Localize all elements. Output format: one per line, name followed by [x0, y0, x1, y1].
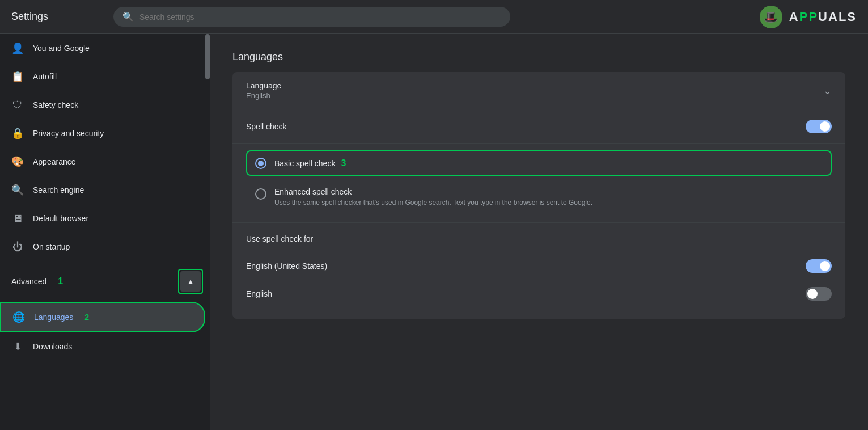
language-value: English [246, 91, 823, 100]
globe-icon: 🌐 [12, 311, 25, 323]
chevron-down-icon[interactable]: ⌄ [823, 85, 832, 97]
main-layout: 👤 You and Google 📋 Autofill 🛡 Safety che… [0, 34, 868, 430]
sidebar-item-on-startup[interactable]: ⏻ On startup [0, 233, 210, 261]
sidebar-label: On startup [33, 242, 70, 251]
sidebar-item-autofill[interactable]: 📋 Autofill [0, 62, 210, 91]
basic-number-badge: 3 [341, 158, 346, 168]
search-engine-icon: 🔍 [11, 184, 24, 196]
spell-check-toggle[interactable] [806, 120, 832, 133]
toggle-knob [820, 121, 830, 132]
sidebar-item-appearance[interactable]: 🎨 Appearance [0, 147, 210, 176]
languages-card: Language English ⌄ Spell check [232, 72, 845, 319]
person-icon: 👤 [11, 42, 24, 54]
search-input[interactable] [139, 12, 501, 22]
languages-number-badge: 2 [84, 313, 89, 322]
spell-check-toggle-action [806, 120, 832, 133]
spell-check-label: Spell check [246, 122, 806, 131]
spell-check-for-title: Use spell check for [246, 234, 832, 243]
advanced-label: Advanced [11, 277, 46, 286]
spell-check-row: Spell check [232, 109, 845, 144]
sidebar-item-search-engine[interactable]: 🔍 Search engine [0, 176, 210, 204]
language-row[interactable]: Language English ⌄ [232, 72, 845, 109]
english-toggle[interactable] [806, 287, 832, 301]
spell-check-row-english-us: English (United States) [246, 252, 832, 280]
download-icon: ⬇ [11, 340, 24, 353]
advanced-number-badge: 1 [58, 276, 63, 286]
sidebar-label: Search engine [33, 186, 84, 195]
sidebar-label: Autofill [33, 72, 57, 81]
radio-desc-enhanced: Uses the same spell checker that's used … [274, 199, 592, 206]
radio-option-enhanced[interactable]: Enhanced spell check Uses the same spell… [246, 180, 832, 213]
logo-text: APPUALS [789, 10, 857, 24]
header: Settings 🔍 🎩 APPUALS [0, 0, 868, 34]
sidebar-item-safety-check[interactable]: 🛡 Safety check [0, 91, 210, 119]
browser-icon: 🖥 [11, 212, 24, 225]
language-row-action: ⌄ [823, 85, 832, 97]
sidebar-item-languages[interactable]: 🌐 Languages 2 [0, 302, 205, 332]
header-logo: 🎩 APPUALS [760, 6, 857, 28]
spell-check-row-content: Spell check [246, 122, 806, 131]
sidebar-label: Default browser [33, 214, 88, 223]
sidebar-item-default-browser[interactable]: 🖥 Default browser [0, 204, 210, 233]
lock-icon: 🔒 [11, 127, 24, 140]
sidebar-item-downloads[interactable]: ⬇ Downloads [0, 332, 210, 361]
sidebar-label: Downloads [33, 342, 72, 351]
sidebar-label: Safety check [33, 100, 78, 109]
advanced-section-header[interactable]: Advanced 1 ▲ [0, 261, 210, 302]
search-bar[interactable]: 🔍 [113, 7, 510, 27]
sidebar-label: Appearance [33, 157, 76, 166]
autofill-icon: 📋 [11, 70, 24, 83]
page-section-title: Languages [232, 51, 845, 63]
radio-title-enhanced: Enhanced spell check [274, 187, 592, 196]
collapse-button-wrapper: ▲ [178, 269, 203, 294]
logo-icon: 🎩 [760, 6, 782, 28]
language-row-content: Language English [246, 81, 823, 100]
spell-check-options: Basic spell check 3 Enhanced spell check… [232, 144, 845, 222]
english-us-toggle[interactable] [806, 259, 832, 273]
collapse-button[interactable]: ▲ [180, 271, 201, 292]
toggle-knob-en [807, 289, 818, 299]
radio-text-enhanced: Enhanced spell check Uses the same spell… [274, 187, 592, 206]
settings-title: Settings [11, 11, 102, 23]
radio-circle-basic [255, 158, 266, 169]
sidebar-item-privacy-security[interactable]: 🔒 Privacy and security [0, 119, 210, 147]
radio-title-basic: Basic spell check [274, 159, 335, 168]
english-label: English [246, 289, 806, 298]
sidebar: 👤 You and Google 📋 Autofill 🛡 Safety che… [0, 34, 210, 430]
spell-check-row-english: English [246, 280, 832, 307]
sidebar-item-you-and-google[interactable]: 👤 You and Google [0, 34, 210, 62]
language-label: Language [246, 81, 823, 90]
radio-option-basic[interactable]: Basic spell check 3 [246, 150, 832, 176]
sidebar-label: Privacy and security [33, 129, 104, 138]
sidebar-label: Languages [34, 313, 73, 322]
startup-icon: ⏻ [11, 241, 24, 253]
appearance-icon: 🎨 [11, 155, 24, 168]
radio-circle-enhanced [255, 188, 266, 200]
toggle-knob-en-us [820, 261, 830, 271]
sidebar-label: You and Google [33, 44, 90, 53]
english-us-label: English (United States) [246, 262, 806, 271]
content-area: Languages Language English ⌄ Spell check [210, 34, 868, 430]
spell-check-for-section: Use spell check for English (United Stat… [232, 222, 845, 319]
shield-icon: 🛡 [11, 99, 24, 111]
radio-text-basic: Basic spell check [274, 158, 335, 168]
collapse-button-outline: ▲ [178, 269, 203, 294]
search-icon: 🔍 [122, 11, 134, 22]
scrollbar-thumb[interactable] [205, 34, 210, 79]
